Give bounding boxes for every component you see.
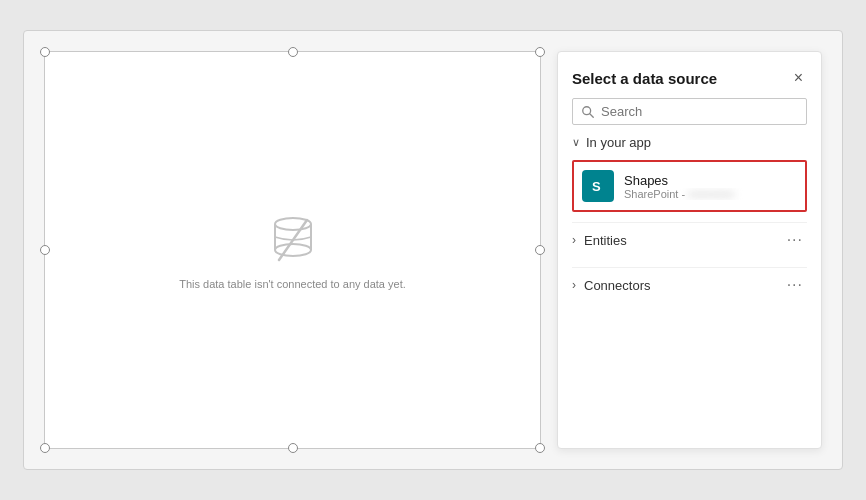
search-icon xyxy=(581,105,595,119)
connectors-section-left: › Connectors xyxy=(572,278,650,293)
shapes-item-info: Shapes SharePoint - •••••••••••• xyxy=(624,173,797,200)
panel-header: Select a data source × xyxy=(572,68,807,88)
handle-bc[interactable] xyxy=(288,443,298,453)
in-your-app-section-header[interactable]: ∨ In your app xyxy=(572,135,807,150)
search-box xyxy=(572,98,807,125)
canvas-empty-label: This data table isn't connected to any d… xyxy=(179,278,406,290)
in-your-app-label: In your app xyxy=(586,135,651,150)
canvas-area: This data table isn't connected to any d… xyxy=(44,51,541,449)
handle-tr[interactable] xyxy=(535,47,545,57)
connectors-chevron-icon: › xyxy=(572,278,576,292)
main-container: This data table isn't connected to any d… xyxy=(23,30,843,470)
connectors-ellipsis-button[interactable]: ··· xyxy=(783,276,807,294)
blurred-url: •••••••••••• xyxy=(688,188,734,200)
entities-chevron-icon: › xyxy=(572,233,576,247)
connectors-label: Connectors xyxy=(584,278,650,293)
svg-line-6 xyxy=(590,113,594,117)
close-button[interactable]: × xyxy=(790,68,807,88)
data-source-panel: Select a data source × ∨ In your app S xyxy=(557,51,822,449)
handle-mr[interactable] xyxy=(535,245,545,255)
panel-title: Select a data source xyxy=(572,70,717,87)
connectors-section[interactable]: › Connectors ··· xyxy=(572,267,807,302)
handle-tl[interactable] xyxy=(40,47,50,57)
canvas-content: This data table isn't connected to any d… xyxy=(179,210,406,290)
entities-label: Entities xyxy=(584,233,627,248)
entities-section-left: › Entities xyxy=(572,233,627,248)
handle-bl[interactable] xyxy=(40,443,50,453)
entities-section[interactable]: › Entities ··· xyxy=(572,222,807,257)
shapes-item-subtitle: SharePoint - •••••••••••• xyxy=(624,188,797,200)
sharepoint-icon: S xyxy=(588,176,608,196)
entities-ellipsis-button[interactable]: ··· xyxy=(783,231,807,249)
svg-line-4 xyxy=(279,220,307,260)
sharepoint-icon-bg: S xyxy=(582,170,614,202)
handle-ml[interactable] xyxy=(40,245,50,255)
shapes-datasource-item[interactable]: S Shapes SharePoint - •••••••••••• xyxy=(572,160,807,212)
handle-br[interactable] xyxy=(535,443,545,453)
search-input[interactable] xyxy=(601,104,798,119)
svg-text:S: S xyxy=(592,179,601,194)
svg-point-3 xyxy=(275,244,311,256)
chevron-down-icon: ∨ xyxy=(572,136,580,149)
shapes-item-name: Shapes xyxy=(624,173,797,188)
database-slash-icon xyxy=(263,210,323,270)
handle-tc[interactable] xyxy=(288,47,298,57)
